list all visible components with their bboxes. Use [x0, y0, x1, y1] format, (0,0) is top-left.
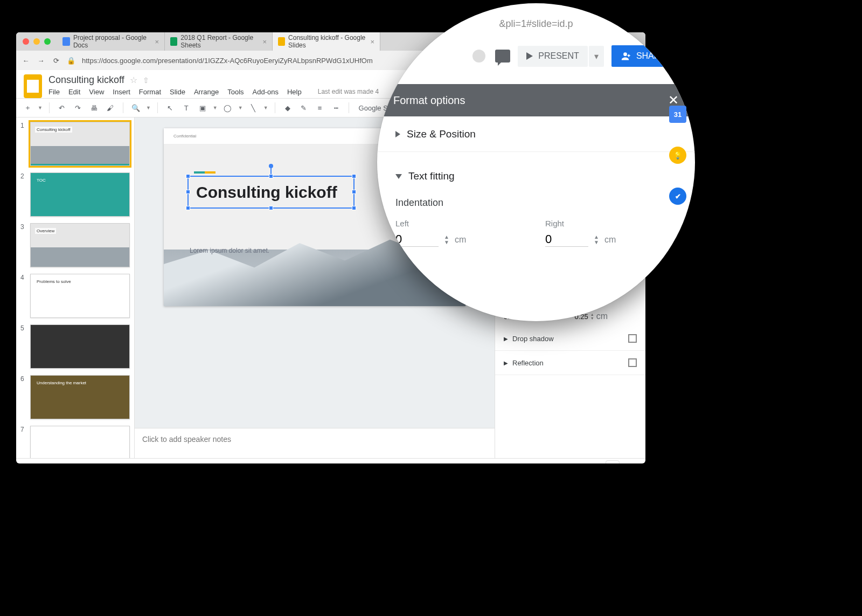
back-icon[interactable]: ← — [22, 57, 30, 65]
indent-right-input[interactable] — [545, 232, 588, 247]
side-panel-icons: 31 💡 ✔ — [669, 106, 686, 205]
chevron-right-icon[interactable]: › — [635, 461, 638, 463]
menu-addons[interactable]: Add-ons — [253, 88, 279, 96]
reload-icon[interactable]: ⟳ — [52, 57, 60, 65]
maximize-window-icon[interactable] — [44, 38, 51, 45]
undo-icon[interactable]: ↶ — [56, 102, 68, 114]
tab-project-proposal[interactable]: Project proposal - Google Docs × — [57, 32, 165, 51]
resize-handle[interactable] — [352, 206, 356, 210]
resize-handle[interactable] — [269, 174, 273, 178]
slide-title-text[interactable]: Consulting kickoff — [196, 183, 346, 202]
stepper-icon[interactable]: ▲▼ — [444, 234, 449, 245]
keep-icon[interactable]: 💡 — [669, 147, 686, 164]
new-slide-icon[interactable]: ＋ — [22, 102, 33, 114]
sheets-icon — [170, 37, 177, 46]
image-tool-icon[interactable]: ▣ — [197, 102, 208, 114]
forward-icon[interactable]: → — [37, 57, 45, 65]
slide-thumbnail[interactable]: 4 Problems to solve — [20, 274, 130, 318]
border-dash-icon[interactable]: ┅ — [330, 102, 342, 114]
minimize-window-icon[interactable] — [33, 38, 40, 45]
present-button[interactable]: PRESENT — [518, 46, 588, 67]
chevron-down-icon[interactable]: ▼ — [146, 105, 151, 110]
close-tab-icon[interactable]: × — [370, 38, 374, 46]
tab-title: 2018 Q1 Report - Google Sheets — [180, 34, 259, 49]
line-tool-icon[interactable]: ╲ — [247, 102, 259, 114]
star-icon[interactable]: ☆ — [130, 75, 137, 85]
zoom-icon[interactable]: 🔍 — [130, 102, 142, 114]
present-dropdown[interactable]: ▾ — [589, 46, 604, 67]
text-fitting-section[interactable]: Text fitting — [377, 160, 695, 193]
select-tool-icon[interactable]: ↖ — [164, 102, 176, 114]
stepper-icon[interactable]: ▲▼ — [590, 313, 594, 320]
menu-slide[interactable]: Slide — [170, 88, 185, 96]
fill-color-icon[interactable]: ◆ — [282, 102, 294, 114]
resize-handle[interactable] — [186, 206, 190, 210]
speaker-notes[interactable]: Click to add speaker notes — [135, 428, 495, 458]
size-position-section[interactable]: Size & Position — [377, 116, 695, 152]
close-tab-icon[interactable]: × — [155, 38, 159, 46]
tab-q1-report[interactable]: 2018 Q1 Report - Google Sheets × — [165, 32, 273, 51]
close-tab-icon[interactable]: × — [262, 38, 267, 46]
slide-filmstrip[interactable]: 1 Consulting kickoff 2 TOC 3 Overview 4 … — [16, 117, 135, 458]
comment-icon[interactable] — [495, 50, 510, 63]
chevron-down-icon[interactable]: ▼ — [38, 105, 43, 110]
menu-insert[interactable]: Insert — [113, 88, 130, 96]
slide-thumbnail[interactable]: 5 — [20, 324, 130, 369]
chevron-right-icon — [395, 131, 400, 137]
menu-format[interactable]: Format — [139, 88, 161, 96]
resize-handle[interactable] — [186, 174, 190, 178]
border-color-icon[interactable]: ✎ — [298, 102, 310, 114]
stepper-icon[interactable]: ▲▼ — [594, 234, 599, 245]
format-options-header: Format options ✕ — [377, 84, 695, 116]
menu-edit[interactable]: Edit — [68, 88, 80, 96]
border-weight-icon[interactable]: ≡ — [314, 102, 326, 114]
menu-tools[interactable]: Tools — [227, 88, 244, 96]
close-window-icon[interactable] — [23, 38, 29, 45]
move-icon[interactable]: ⇧ — [143, 76, 149, 85]
slides-logo-icon[interactable] — [24, 74, 42, 98]
textbox-tool-icon[interactable]: T — [180, 102, 192, 114]
shape-tool-icon[interactable]: ◯ — [222, 102, 234, 114]
share-button[interactable]: SHARE — [611, 45, 676, 67]
filmstrip-view-icon[interactable]: ▮▮ — [24, 462, 33, 463]
drop-shadow-section[interactable]: ▶Drop shadow — [495, 327, 645, 351]
resize-handle[interactable] — [352, 190, 356, 194]
chevron-down-icon — [395, 174, 402, 179]
menu-help[interactable]: Help — [287, 88, 302, 96]
redo-icon[interactable]: ↷ — [72, 102, 84, 114]
print-icon[interactable]: 🖶 — [88, 102, 100, 114]
menu-arrange[interactable]: Arrange — [194, 88, 219, 96]
slide-thumbnail[interactable]: 7 — [20, 426, 130, 458]
reflection-section[interactable]: ▶Reflection — [495, 351, 645, 375]
rotate-handle[interactable] — [269, 164, 273, 168]
explore-button[interactable]: ✦ — [606, 460, 620, 464]
title-textbox[interactable]: Consulting kickoff — [187, 176, 354, 209]
slides-icon — [278, 37, 285, 46]
paint-format-icon[interactable]: 🖌 — [105, 102, 116, 114]
slide-thumbnail[interactable]: 3 Overview — [20, 223, 130, 267]
checkbox[interactable] — [628, 334, 637, 343]
menu-view[interactable]: View — [89, 88, 104, 96]
calendar-icon[interactable]: 31 — [669, 106, 686, 123]
menubar: File Edit View Insert Format Slide Arran… — [48, 88, 379, 96]
play-icon — [526, 52, 533, 60]
app-footer: ▮▮ ▦ ✦ › — [16, 458, 645, 463]
collaborator-avatar[interactable] — [472, 50, 485, 63]
resize-handle[interactable] — [186, 190, 190, 194]
grid-view-icon[interactable]: ▦ — [48, 462, 57, 463]
document-title[interactable]: Consulting kickoff — [48, 74, 124, 86]
tab-consulting-kickoff[interactable]: Consulting kickoff - Google Slides × — [273, 32, 380, 51]
url-fragment: &pli=1#slide=id.p — [377, 18, 695, 30]
slide-thumbnail[interactable]: 2 TOC — [20, 172, 130, 217]
resize-handle[interactable] — [352, 174, 356, 178]
indent-left-input[interactable] — [395, 232, 439, 247]
checkbox[interactable] — [628, 358, 637, 367]
slide-subtitle-text[interactable]: Lorem ipsum dolor sit amet. — [190, 247, 269, 254]
slide-thumbnail[interactable]: 6 Understanding the market — [20, 375, 130, 419]
slide-thumbnail[interactable]: 1 Consulting kickoff — [20, 122, 130, 166]
menu-file[interactable]: File — [48, 88, 60, 96]
resize-handle[interactable] — [269, 206, 273, 210]
window-controls[interactable] — [16, 38, 57, 45]
confidential-label: Confidential — [173, 134, 196, 139]
tasks-icon[interactable]: ✔ — [669, 188, 686, 205]
